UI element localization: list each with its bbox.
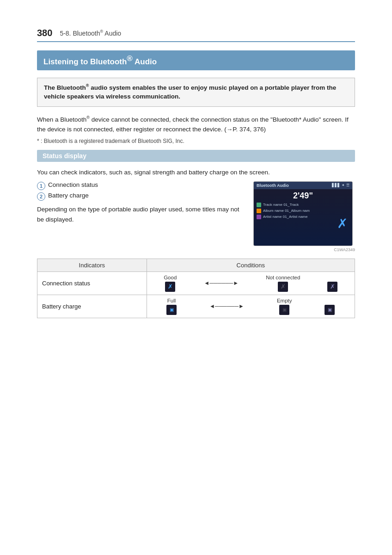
track-icon-3 <box>257 215 261 219</box>
track-list: Track name 01_Track Album name 01_Album … <box>257 203 333 245</box>
bluetooth-screen-icon: ✗ <box>335 203 349 245</box>
table-header-row: Indicators Conditions <box>37 259 355 271</box>
screen-caption: C1WA2349 <box>253 247 355 252</box>
track-item-3: Artist name 01_Artist name <box>257 215 333 219</box>
screen-title: Bluetooth Audio <box>257 183 289 188</box>
track-text-1: Track name 01_Track <box>263 203 299 207</box>
menu-icon: ☰ <box>346 183 349 187</box>
battery-empty-icon: ▣ <box>279 305 289 315</box>
arrow-icon: ◄──────► <box>204 280 239 286</box>
battery-charge-label: Battery charge <box>37 295 147 318</box>
info-box: The Bluetooth® audio system enables the … <box>37 78 355 107</box>
battery-arrow-icon: ◄──────► <box>209 303 244 309</box>
battery-arrow: ◄──────► <box>209 303 244 309</box>
connection-conditions-row: Good ✗ ◄──────► Not connected ✗ ✗ <box>152 275 350 292</box>
status-note: Depending on the type of portable audio … <box>37 204 246 224</box>
bt-status-icon: ✦ <box>342 183 345 187</box>
battery-charge-conditions: Full ▣ ◄──────► Empty ▣ <box>147 295 355 318</box>
screen-time: 2'49" <box>254 189 352 202</box>
body-paragraph: When a Bluetooth® device cannot be conne… <box>37 114 355 135</box>
track-item-1: Track name 01_Track <box>257 203 333 207</box>
screen-image: Bluetooth Audio ▋▋▋ ✦ ☰ 2'49" Track nam <box>253 181 353 246</box>
signal-icon: ▋▋▋ <box>332 183 340 187</box>
mid-spacer <box>332 275 333 280</box>
battery-conditions-row: Full ▣ ◄──────► Empty ▣ <box>152 298 350 315</box>
status-table: Indicators Conditions Connection status … <box>37 259 355 318</box>
connection-notconn-icon: ✗ <box>278 282 288 292</box>
track-text-3: Artist name 01_Artist name <box>263 215 307 219</box>
main-section-title: Listening to Bluetooth® Audio <box>43 57 157 66</box>
status-display-title: Status display <box>43 152 86 160</box>
empty-section: Empty ▣ <box>277 298 292 315</box>
page-header-title: 5-8. Bluetooth® Audio <box>60 29 121 37</box>
indicators-list: 1 Connection status 2 Battery charge <box>37 181 246 201</box>
track-icon-2 <box>257 209 261 213</box>
status-intro: You can check indicators, such as, signa… <box>37 167 355 178</box>
good-label: Good <box>164 275 177 280</box>
col-conditions-header: Conditions <box>147 259 355 271</box>
status-display-bar: Status display <box>37 150 355 162</box>
connection-arrow: ◄──────► <box>204 280 239 286</box>
good-section: Good ✗ <box>164 275 177 292</box>
indicator-num-1: 1 <box>37 182 45 190</box>
page-header: 380 5-8. Bluetooth® Audio <box>37 28 355 42</box>
footnote: * : Bluetooth is a registered trademark … <box>37 138 355 144</box>
track-item-2: Album name 01_Album nam <box>257 209 333 213</box>
main-section-title-bar: Listening to Bluetooth® Audio <box>37 50 355 70</box>
track-text-2: Album name 01_Album nam <box>263 209 310 213</box>
screen-top-bar: Bluetooth Audio ▋▋▋ ✦ ☰ <box>254 182 352 189</box>
battery-mid-icon: ▣ <box>325 305 335 315</box>
table-row-connection: Connection status Good ✗ ◄──────► Not co… <box>37 271 355 295</box>
right-column: Bluetooth Audio ▋▋▋ ✦ ☰ 2'49" Track nam <box>253 181 355 252</box>
not-connected-section: Not connected ✗ <box>266 275 300 292</box>
page-number: 380 <box>37 28 52 38</box>
bat-full-symbol: ▣ <box>170 307 174 312</box>
not-connected-label: Not connected <box>266 275 300 280</box>
screen-content: Bluetooth Audio ▋▋▋ ✦ ☰ 2'49" Track nam <box>254 182 352 246</box>
connection-status-label: Connection status <box>37 271 147 295</box>
list-item: 2 Battery charge <box>37 192 246 201</box>
indicator-label-2: Battery charge <box>48 192 89 199</box>
battery-mid-section: ▣ <box>325 298 335 315</box>
indicator-label-1: Connection status <box>48 181 98 188</box>
list-item: 1 Connection status <box>37 181 246 190</box>
full-label: Full <box>167 298 176 303</box>
empty-label: Empty <box>277 298 292 303</box>
track-icon-1 <box>257 203 261 207</box>
connection-good-icon: ✗ <box>165 282 175 292</box>
page: 380 5-8. Bluetooth® Audio Listening to B… <box>0 0 392 555</box>
bat-half-symbol: ▣ <box>328 307 332 312</box>
battery-full-icon: ▣ <box>166 305 177 315</box>
connection-status-conditions: Good ✗ ◄──────► Not connected ✗ ✗ <box>147 271 355 295</box>
indicator-num-2: 2 <box>37 192 45 201</box>
full-section: Full ▣ <box>166 298 177 315</box>
screen-icons: ▋▋▋ ✦ ☰ <box>332 183 349 187</box>
screen-tracks: Track name 01_Track Album name 01_Album … <box>254 202 352 246</box>
table-row-battery: Battery charge Full ▣ ◄──────► <box>37 295 355 318</box>
bat-empty-symbol: ▣ <box>282 307 287 312</box>
connection-mid-section: ✗ <box>327 275 337 292</box>
left-column: 1 Connection status 2 Battery charge Dep… <box>37 181 246 252</box>
connection-mid-icon: ✗ <box>327 282 337 292</box>
col-indicators-header: Indicators <box>37 259 147 271</box>
bat-mid-spacer <box>329 298 331 303</box>
content-row: 1 Connection status 2 Battery charge Dep… <box>37 181 355 252</box>
